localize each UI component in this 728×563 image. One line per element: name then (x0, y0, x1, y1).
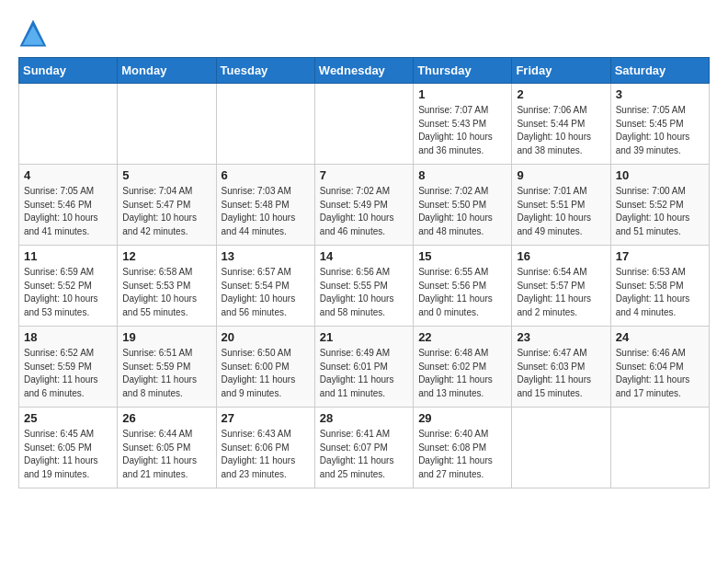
calendar-cell: 5Sunrise: 7:04 AM Sunset: 5:47 PM Daylig… (118, 165, 216, 246)
calendar-cell: 6Sunrise: 7:03 AM Sunset: 5:48 PM Daylig… (216, 165, 314, 246)
cell-info: Sunrise: 6:49 AM Sunset: 6:01 PM Dayligh… (320, 347, 408, 400)
calendar-header: SundayMondayTuesdayWednesdayThursdayFrid… (19, 58, 710, 84)
day-number: 25 (24, 411, 112, 425)
day-number: 10 (616, 168, 704, 182)
cell-info: Sunrise: 6:55 AM Sunset: 5:56 PM Dayligh… (418, 266, 506, 319)
day-number: 9 (517, 168, 605, 182)
cell-info: Sunrise: 7:05 AM Sunset: 5:46 PM Dayligh… (24, 185, 112, 238)
day-number: 11 (24, 249, 112, 263)
header-cell-saturday: Saturday (610, 58, 709, 84)
calendar-cell: 20Sunrise: 6:50 AM Sunset: 6:00 PM Dayli… (216, 327, 314, 408)
day-number: 16 (517, 249, 605, 263)
calendar-cell: 19Sunrise: 6:51 AM Sunset: 5:59 PM Dayli… (118, 327, 216, 408)
day-number: 21 (320, 330, 408, 344)
calendar-cell: 8Sunrise: 7:02 AM Sunset: 5:50 PM Daylig… (414, 165, 512, 246)
calendar-cell: 24Sunrise: 6:46 AM Sunset: 6:04 PM Dayli… (610, 327, 709, 408)
cell-info: Sunrise: 7:04 AM Sunset: 5:47 PM Dayligh… (122, 185, 210, 238)
day-number: 13 (222, 249, 310, 263)
header-cell-friday: Friday (512, 58, 610, 84)
cell-info: Sunrise: 7:02 AM Sunset: 5:49 PM Dayligh… (320, 185, 408, 238)
cell-info: Sunrise: 6:46 AM Sunset: 6:04 PM Dayligh… (616, 347, 704, 400)
cell-info: Sunrise: 6:58 AM Sunset: 5:53 PM Dayligh… (122, 266, 210, 319)
calendar-cell: 21Sunrise: 6:49 AM Sunset: 6:01 PM Dayli… (314, 327, 413, 408)
cell-info: Sunrise: 6:57 AM Sunset: 5:54 PM Dayligh… (222, 266, 310, 319)
week-row-2: 11Sunrise: 6:59 AM Sunset: 5:52 PM Dayli… (19, 246, 710, 327)
day-number: 3 (616, 87, 704, 101)
calendar-cell: 3Sunrise: 7:05 AM Sunset: 5:45 PM Daylig… (610, 84, 709, 165)
calendar-cell: 18Sunrise: 6:52 AM Sunset: 5:59 PM Dayli… (19, 327, 118, 408)
day-number: 24 (616, 330, 704, 344)
week-row-0: 1Sunrise: 7:07 AM Sunset: 5:43 PM Daylig… (19, 84, 710, 165)
day-number: 8 (418, 168, 506, 182)
cell-info: Sunrise: 6:56 AM Sunset: 5:55 PM Dayligh… (320, 266, 408, 319)
day-number: 14 (320, 249, 408, 263)
calendar-cell: 26Sunrise: 6:44 AM Sunset: 6:05 PM Dayli… (118, 408, 216, 488)
calendar-cell: 1Sunrise: 7:07 AM Sunset: 5:43 PM Daylig… (414, 84, 512, 165)
cell-info: Sunrise: 7:01 AM Sunset: 5:51 PM Dayligh… (517, 185, 605, 238)
week-row-4: 25Sunrise: 6:45 AM Sunset: 6:05 PM Dayli… (19, 408, 710, 488)
calendar-cell: 27Sunrise: 6:43 AM Sunset: 6:06 PM Dayli… (216, 408, 314, 488)
cell-info: Sunrise: 6:54 AM Sunset: 5:57 PM Dayligh… (517, 266, 605, 319)
calendar-cell: 12Sunrise: 6:58 AM Sunset: 5:53 PM Dayli… (118, 246, 216, 327)
calendar-body: 1Sunrise: 7:07 AM Sunset: 5:43 PM Daylig… (19, 84, 710, 488)
cell-info: Sunrise: 7:05 AM Sunset: 5:45 PM Dayligh… (616, 104, 704, 157)
logo-icon (18, 18, 48, 48)
calendar-cell (216, 84, 314, 165)
calendar-table: SundayMondayTuesdayWednesdayThursdayFrid… (18, 57, 710, 488)
day-number: 7 (320, 168, 408, 182)
cell-info: Sunrise: 6:45 AM Sunset: 6:05 PM Dayligh… (24, 428, 112, 481)
cell-info: Sunrise: 6:53 AM Sunset: 5:58 PM Dayligh… (616, 266, 704, 319)
calendar-cell: 14Sunrise: 6:56 AM Sunset: 5:55 PM Dayli… (314, 246, 413, 327)
header-cell-monday: Monday (118, 58, 216, 84)
cell-info: Sunrise: 6:48 AM Sunset: 6:02 PM Dayligh… (418, 347, 506, 400)
day-number: 23 (517, 330, 605, 344)
cell-info: Sunrise: 6:51 AM Sunset: 5:59 PM Dayligh… (122, 347, 210, 400)
day-number: 5 (122, 168, 210, 182)
cell-info: Sunrise: 6:47 AM Sunset: 6:03 PM Dayligh… (517, 347, 605, 400)
header-row: SundayMondayTuesdayWednesdayThursdayFrid… (19, 58, 710, 84)
week-row-1: 4Sunrise: 7:05 AM Sunset: 5:46 PM Daylig… (19, 165, 710, 246)
cell-info: Sunrise: 7:06 AM Sunset: 5:44 PM Dayligh… (517, 104, 605, 157)
page-header (18, 18, 710, 48)
cell-info: Sunrise: 6:44 AM Sunset: 6:05 PM Dayligh… (122, 428, 210, 481)
calendar-cell: 28Sunrise: 6:41 AM Sunset: 6:07 PM Dayli… (314, 408, 413, 488)
cell-info: Sunrise: 7:07 AM Sunset: 5:43 PM Dayligh… (418, 104, 506, 157)
calendar-cell (512, 408, 610, 488)
calendar-cell: 7Sunrise: 7:02 AM Sunset: 5:49 PM Daylig… (314, 165, 413, 246)
logo (18, 18, 51, 48)
calendar-cell: 17Sunrise: 6:53 AM Sunset: 5:58 PM Dayli… (610, 246, 709, 327)
day-number: 15 (418, 249, 506, 263)
calendar-cell (610, 408, 709, 488)
calendar-cell: 16Sunrise: 6:54 AM Sunset: 5:57 PM Dayli… (512, 246, 610, 327)
cell-info: Sunrise: 6:50 AM Sunset: 6:00 PM Dayligh… (222, 347, 310, 400)
day-number: 26 (122, 411, 210, 425)
calendar-cell (19, 84, 118, 165)
week-row-3: 18Sunrise: 6:52 AM Sunset: 5:59 PM Dayli… (19, 327, 710, 408)
day-number: 1 (418, 87, 506, 101)
calendar-cell: 13Sunrise: 6:57 AM Sunset: 5:54 PM Dayli… (216, 246, 314, 327)
day-number: 6 (222, 168, 310, 182)
calendar-cell: 29Sunrise: 6:40 AM Sunset: 6:08 PM Dayli… (414, 408, 512, 488)
calendar-cell: 23Sunrise: 6:47 AM Sunset: 6:03 PM Dayli… (512, 327, 610, 408)
calendar-cell: 9Sunrise: 7:01 AM Sunset: 5:51 PM Daylig… (512, 165, 610, 246)
day-number: 20 (222, 330, 310, 344)
calendar-cell (118, 84, 216, 165)
day-number: 18 (24, 330, 112, 344)
header-cell-thursday: Thursday (414, 58, 512, 84)
cell-info: Sunrise: 6:59 AM Sunset: 5:52 PM Dayligh… (24, 266, 112, 319)
calendar-cell: 15Sunrise: 6:55 AM Sunset: 5:56 PM Dayli… (414, 246, 512, 327)
day-number: 19 (122, 330, 210, 344)
cell-info: Sunrise: 7:02 AM Sunset: 5:50 PM Dayligh… (418, 185, 506, 238)
cell-info: Sunrise: 6:41 AM Sunset: 6:07 PM Dayligh… (320, 428, 408, 481)
day-number: 12 (122, 249, 210, 263)
calendar-cell: 22Sunrise: 6:48 AM Sunset: 6:02 PM Dayli… (414, 327, 512, 408)
header-cell-wednesday: Wednesday (314, 58, 413, 84)
header-cell-sunday: Sunday (19, 58, 118, 84)
day-number: 2 (517, 87, 605, 101)
cell-info: Sunrise: 6:43 AM Sunset: 6:06 PM Dayligh… (222, 428, 310, 481)
day-number: 27 (222, 411, 310, 425)
header-cell-tuesday: Tuesday (216, 58, 314, 84)
calendar-cell: 11Sunrise: 6:59 AM Sunset: 5:52 PM Dayli… (19, 246, 118, 327)
calendar-cell (314, 84, 413, 165)
day-number: 22 (418, 330, 506, 344)
